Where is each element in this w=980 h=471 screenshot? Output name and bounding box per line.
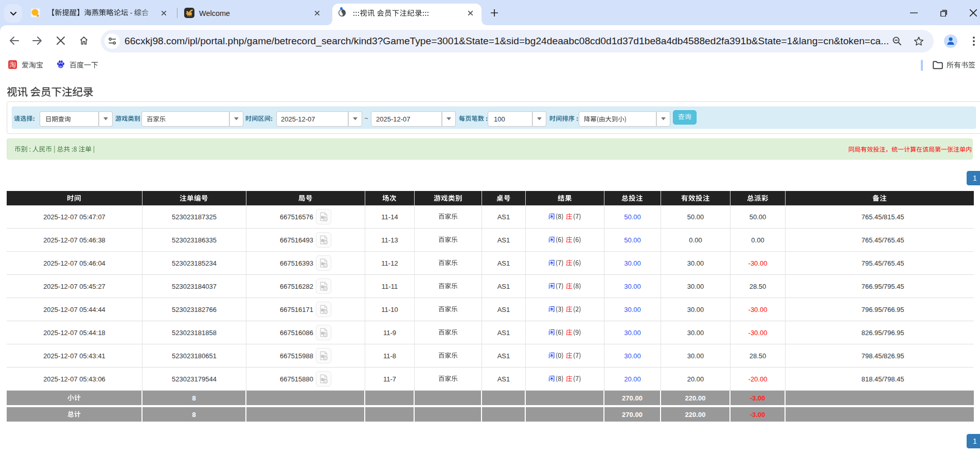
svg-text:du: du [59, 65, 62, 68]
